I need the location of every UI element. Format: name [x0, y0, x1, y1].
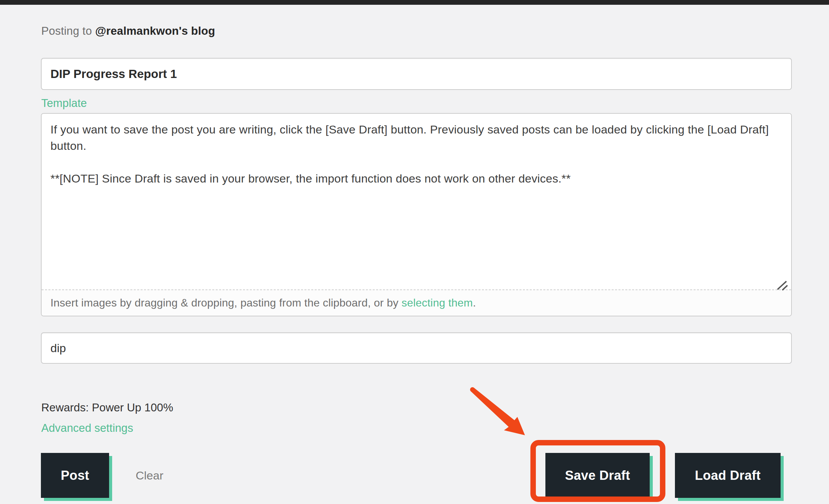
post-body-editor: If you want to save the post you are wri…	[41, 113, 792, 316]
clear-button[interactable]: Clear	[136, 453, 163, 498]
image-upload-hint: Insert images by dragging & dropping, pa…	[42, 290, 791, 316]
top-navigation-bar	[0, 0, 829, 5]
post-body-textarea[interactable]: If you want to save the post you are wri…	[42, 114, 791, 290]
image-upload-hint-text: Insert images by dragging & dropping, pa…	[50, 297, 402, 309]
post-title-input[interactable]	[41, 58, 792, 90]
image-upload-hint-period: .	[473, 297, 476, 309]
post-button[interactable]: Post	[41, 453, 109, 498]
annotation-arrow-icon	[466, 384, 538, 442]
rewards-setting-label: Rewards: Power Up 100%	[41, 401, 173, 414]
load-draft-button[interactable]: Load Draft	[675, 453, 781, 498]
posting-to-line: Posting to @realmankwon's blog	[41, 25, 215, 37]
advanced-settings-link[interactable]: Advanced settings	[41, 422, 133, 435]
save-draft-button[interactable]: Save Draft	[545, 453, 650, 498]
blog-name: @realmankwon's blog	[95, 25, 215, 37]
tags-input[interactable]	[41, 332, 792, 364]
posting-to-prefix: Posting to	[41, 25, 95, 37]
template-link[interactable]: Template	[41, 97, 87, 110]
textarea-resize-handle-icon[interactable]	[775, 279, 788, 291]
select-images-link[interactable]: selecting them	[402, 297, 473, 309]
